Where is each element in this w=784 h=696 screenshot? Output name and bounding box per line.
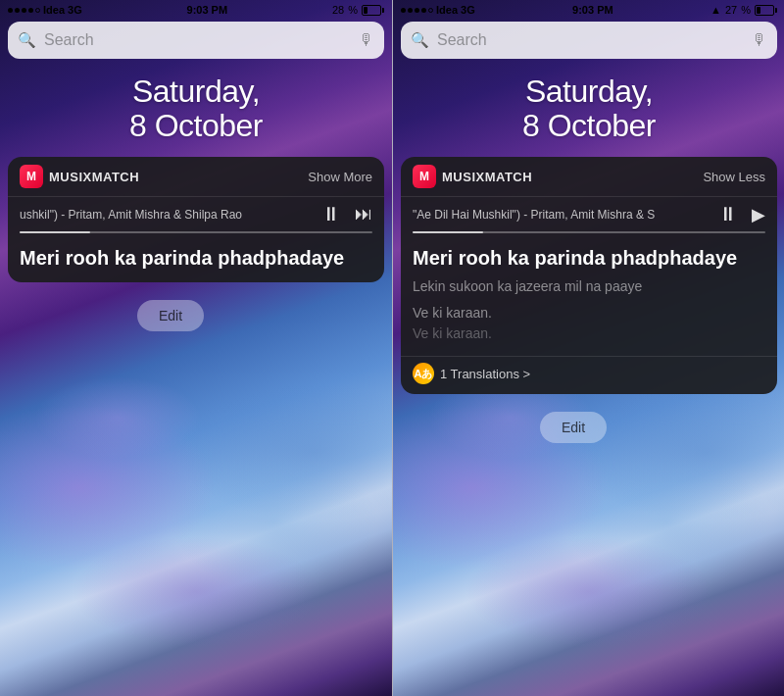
left-app-icon: M [20,165,43,188]
right-pause-button[interactable]: ⏸ [718,203,738,225]
right-bluetooth-icon: ▲ [710,4,721,16]
right-progress-bar [413,231,765,233]
right-edit-button[interactable]: Edit [540,412,607,443]
right-phone-screen: Idea 3G 9:03 PM ▲ 27% 🔍 Search 🎙 Saturda… [393,0,784,696]
left-progress-fill [20,231,90,233]
right-carrier: Idea [436,4,458,16]
left-show-more-button[interactable]: Show More [308,170,372,184]
left-mic-icon[interactable]: 🎙 [359,31,374,49]
dot4 [28,8,33,13]
left-battery-icon [362,5,384,16]
right-musixmatch-widget: M MUSIXMATCH Show Less "Ae Dil Hai Mushk… [401,157,777,394]
right-lyric-main: Meri rooh ka parinda phadphadaye [413,245,765,271]
rdot2 [408,8,413,13]
left-progress-bar [20,231,372,233]
left-date-line2: 8 October [0,109,392,143]
left-search-icon: 🔍 [18,31,36,49]
right-track-info: "Ae Dil Hai Mushkil") - Pritam, Amit Mis… [413,208,710,222]
left-status-bar: Idea 3G 9:03 PM 28% [0,0,392,20]
right-date-line1: Saturday, [393,75,784,109]
right-battery-icon [755,5,777,16]
left-network: 3G [68,4,82,16]
left-time: 9:03 PM [187,4,228,16]
left-edit-button[interactable]: Edit [137,300,204,331]
right-app-icon: M [413,165,436,188]
left-battery-pct: 28 [332,4,344,16]
rdot5 [428,8,433,13]
left-status-left: Idea 3G [8,4,82,16]
left-widget-header: M MUSIXMATCH Show More [8,157,384,197]
left-track-info: ushkil") - Pritam, Amit Mishra & Shilpa … [20,208,314,222]
right-widget-header: M MUSIXMATCH Show Less [401,157,777,197]
right-signal [401,8,433,13]
left-app-name: MUSIXMATCH [49,170,308,184]
left-musixmatch-widget: M MUSIXMATCH Show More ushkil") - Pritam… [8,157,384,282]
right-lyrics-area: Meri rooh ka parinda phadphadaye Lekin s… [401,237,777,356]
right-player-row: "Ae Dil Hai Mushkil") - Pritam, Amit Mis… [401,197,777,231]
left-signal [8,8,40,13]
left-date-section: Saturday, 8 October [0,75,392,143]
left-next-button[interactable]: ⏭ [355,204,372,224]
left-date-line1: Saturday, [0,75,392,109]
right-translations-link[interactable]: 1 Translations > [440,367,530,381]
left-search-input[interactable]: Search [44,31,351,49]
dot2 [15,8,20,13]
right-controls[interactable]: ⏸ ▶ [718,203,765,225]
left-lyrics-area: Meri rooh ka parinda phadphadaye [8,237,384,282]
left-carrier: Idea [43,4,65,16]
right-status-right: ▲ 27% [710,4,777,16]
left-lyric-main: Meri rooh ka parinda phadphadaye [20,245,372,271]
right-network: 3G [461,4,475,16]
right-time: 9:03 PM [572,4,613,16]
rdot3 [415,8,419,13]
left-phone-screen: Idea 3G 9:03 PM 28% 🔍 Search 🎙 Saturday,… [0,0,392,696]
right-search-input[interactable]: Search [437,31,744,49]
right-status-left: Idea 3G [401,4,475,16]
left-search-bar[interactable]: 🔍 Search 🎙 [8,22,384,59]
right-show-less-button[interactable]: Show Less [703,170,765,184]
rdot4 [421,8,426,13]
rdot1 [401,8,406,13]
right-date-line2: 8 October [393,109,784,143]
right-lyric-line3: Ve ki karaan. [413,303,765,323]
right-status-bar: Idea 3G 9:03 PM ▲ 27% [393,0,784,20]
right-translations-row[interactable]: Aあ 1 Translations > [401,356,777,394]
right-date-section: Saturday, 8 October [393,75,784,143]
right-app-name: MUSIXMATCH [442,170,703,184]
left-status-right: 28% [332,4,384,16]
right-mic-icon[interactable]: 🎙 [752,31,767,49]
right-battery-pct: 27 [725,4,737,16]
dot3 [22,8,26,13]
dot1 [8,8,13,13]
left-player-row: ushkil") - Pritam, Amit Mishra & Shilpa … [8,197,384,231]
right-translations-icon: Aあ [413,363,434,384]
right-search-icon: 🔍 [411,31,429,49]
right-lyric-line2: Lekin sukoon ka jazeera mil na paaye [413,276,765,297]
dot5 [35,8,40,13]
left-pause-button[interactable]: ⏸ [321,203,341,225]
left-controls[interactable]: ⏸ ⏭ [321,203,372,225]
right-search-bar[interactable]: 🔍 Search 🎙 [401,22,777,59]
right-next-button[interactable]: ▶ [752,204,765,225]
right-lyric-line4: Ve ki karaan. [413,323,765,344]
right-progress-fill [413,231,483,233]
